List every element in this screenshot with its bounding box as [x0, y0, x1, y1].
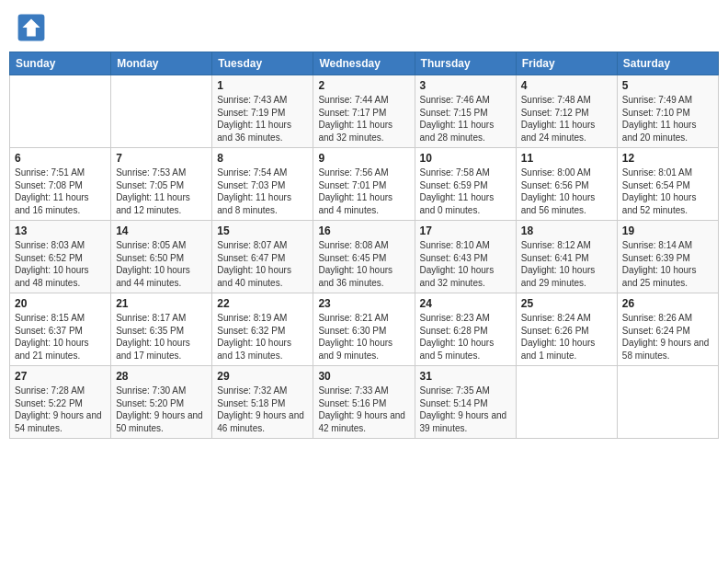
cell-info: Sunrise: 7:43 AMSunset: 7:19 PMDaylight:… [217, 94, 308, 144]
cell-day-number: 18 [521, 224, 612, 237]
cell-day-number: 28 [116, 370, 207, 383]
calendar-cell: 15Sunrise: 8:07 AMSunset: 6:47 PMDayligh… [212, 221, 313, 293]
cell-day-number: 3 [420, 79, 511, 92]
cell-day-number: 2 [318, 79, 409, 92]
calendar-cell: 21Sunrise: 8:17 AMSunset: 6:35 PMDayligh… [111, 293, 212, 366]
calendar-cell: 1Sunrise: 7:43 AMSunset: 7:19 PMDaylight… [212, 75, 313, 148]
logo [17, 13, 50, 42]
cell-day-number: 20 [15, 297, 106, 310]
calendar-cell: 3Sunrise: 7:46 AMSunset: 7:15 PMDaylight… [415, 75, 516, 148]
cell-day-number: 26 [622, 297, 713, 310]
cell-info: Sunrise: 7:53 AMSunset: 7:05 PMDaylight:… [116, 167, 207, 216]
cell-day-number: 12 [622, 152, 713, 165]
calendar-cell: 24Sunrise: 8:23 AMSunset: 6:28 PMDayligh… [415, 293, 516, 366]
cell-day-number: 11 [521, 152, 612, 165]
cell-day-number: 5 [622, 79, 713, 92]
cell-info: Sunrise: 8:19 AMSunset: 6:32 PMDaylight:… [217, 312, 308, 362]
weekday-header-tuesday: Tuesday [212, 52, 313, 75]
cell-info: Sunrise: 7:46 AMSunset: 7:15 PMDaylight:… [420, 94, 511, 144]
cell-day-number: 16 [318, 224, 409, 237]
cell-info: Sunrise: 7:28 AMSunset: 5:22 PMDaylight:… [15, 385, 106, 434]
calendar-cell: 8Sunrise: 7:54 AMSunset: 7:03 PMDaylight… [212, 148, 313, 221]
week-row-2: 6Sunrise: 7:51 AMSunset: 7:08 PMDaylight… [10, 148, 719, 221]
week-row-4: 20Sunrise: 8:15 AMSunset: 6:37 PMDayligh… [10, 293, 719, 366]
cell-info: Sunrise: 7:51 AMSunset: 7:08 PMDaylight:… [15, 167, 106, 216]
cell-day-number: 9 [318, 152, 409, 165]
cell-day-number: 4 [521, 79, 612, 92]
cell-day-number: 19 [622, 224, 713, 237]
cell-day-number: 1 [217, 79, 308, 92]
week-row-5: 27Sunrise: 7:28 AMSunset: 5:22 PMDayligh… [10, 366, 719, 439]
cell-day-number: 31 [420, 370, 511, 383]
cell-info: Sunrise: 8:17 AMSunset: 6:35 PMDaylight:… [116, 312, 207, 362]
cell-info: Sunrise: 7:49 AMSunset: 7:10 PMDaylight:… [622, 94, 713, 144]
cell-info: Sunrise: 7:56 AMSunset: 7:01 PMDaylight:… [318, 167, 409, 216]
calendar-cell: 13Sunrise: 8:03 AMSunset: 6:52 PMDayligh… [10, 221, 111, 293]
calendar-cell: 20Sunrise: 8:15 AMSunset: 6:37 PMDayligh… [10, 293, 111, 366]
calendar-cell: 28Sunrise: 7:30 AMSunset: 5:20 PMDayligh… [111, 366, 212, 439]
cell-info: Sunrise: 8:15 AMSunset: 6:37 PMDaylight:… [15, 312, 106, 362]
calendar-cell: 16Sunrise: 8:08 AMSunset: 6:45 PMDayligh… [313, 221, 415, 293]
cell-info: Sunrise: 8:26 AMSunset: 6:24 PMDaylight:… [622, 312, 713, 362]
cell-info: Sunrise: 8:12 AMSunset: 6:41 PMDaylight:… [521, 239, 612, 289]
cell-info: Sunrise: 8:00 AMSunset: 6:56 PMDaylight:… [521, 167, 612, 216]
calendar-cell: 31Sunrise: 7:35 AMSunset: 5:14 PMDayligh… [415, 366, 516, 439]
cell-info: Sunrise: 8:24 AMSunset: 6:26 PMDaylight:… [521, 312, 612, 362]
weekday-header-saturday: Saturday [617, 52, 718, 75]
calendar-cell: 19Sunrise: 8:14 AMSunset: 6:39 PMDayligh… [617, 221, 718, 293]
cell-day-number: 6 [15, 152, 106, 165]
weekday-header-thursday: Thursday [415, 52, 516, 75]
weekday-header-friday: Friday [516, 52, 617, 75]
cell-day-number: 7 [116, 152, 207, 165]
calendar-cell: 5Sunrise: 7:49 AMSunset: 7:10 PMDaylight… [617, 75, 718, 148]
cell-day-number: 8 [217, 152, 308, 165]
cell-info: Sunrise: 8:07 AMSunset: 6:47 PMDaylight:… [217, 239, 308, 289]
cell-info: Sunrise: 8:10 AMSunset: 6:43 PMDaylight:… [420, 239, 511, 289]
calendar-cell: 26Sunrise: 8:26 AMSunset: 6:24 PMDayligh… [617, 293, 718, 366]
calendar-cell [111, 75, 212, 148]
cell-day-number: 21 [116, 297, 207, 310]
calendar-cell: 27Sunrise: 7:28 AMSunset: 5:22 PMDayligh… [10, 366, 111, 439]
cell-info: Sunrise: 8:21 AMSunset: 6:30 PMDaylight:… [318, 312, 409, 362]
weekday-header-row: SundayMondayTuesdayWednesdayThursdayFrid… [10, 52, 719, 75]
cell-info: Sunrise: 7:32 AMSunset: 5:18 PMDaylight:… [217, 385, 308, 434]
cell-info: Sunrise: 7:33 AMSunset: 5:16 PMDaylight:… [318, 385, 409, 434]
cell-day-number: 14 [116, 224, 207, 237]
cell-info: Sunrise: 8:08 AMSunset: 6:45 PMDaylight:… [318, 239, 409, 289]
page-header [9, 9, 719, 46]
calendar-cell: 29Sunrise: 7:32 AMSunset: 5:18 PMDayligh… [212, 366, 313, 439]
cell-day-number: 13 [15, 224, 106, 237]
cell-info: Sunrise: 7:58 AMSunset: 6:59 PMDaylight:… [420, 167, 511, 216]
weekday-header-wednesday: Wednesday [313, 52, 415, 75]
cell-day-number: 17 [420, 224, 511, 237]
calendar-cell [10, 75, 111, 148]
logo-icon [17, 13, 46, 42]
cell-info: Sunrise: 7:35 AMSunset: 5:14 PMDaylight:… [420, 385, 511, 434]
calendar-cell: 12Sunrise: 8:01 AMSunset: 6:54 PMDayligh… [617, 148, 718, 221]
cell-day-number: 15 [217, 224, 308, 237]
calendar-cell: 17Sunrise: 8:10 AMSunset: 6:43 PMDayligh… [415, 221, 516, 293]
cell-info: Sunrise: 7:44 AMSunset: 7:17 PMDaylight:… [318, 94, 409, 144]
calendar-header: SundayMondayTuesdayWednesdayThursdayFrid… [10, 52, 719, 75]
cell-day-number: 27 [15, 370, 106, 383]
calendar-table: SundayMondayTuesdayWednesdayThursdayFrid… [9, 52, 719, 439]
week-row-3: 13Sunrise: 8:03 AMSunset: 6:52 PMDayligh… [10, 221, 719, 293]
cell-day-number: 23 [318, 297, 409, 310]
calendar-cell: 14Sunrise: 8:05 AMSunset: 6:50 PMDayligh… [111, 221, 212, 293]
calendar-cell: 25Sunrise: 8:24 AMSunset: 6:26 PMDayligh… [516, 293, 617, 366]
calendar-cell: 11Sunrise: 8:00 AMSunset: 6:56 PMDayligh… [516, 148, 617, 221]
cell-day-number: 10 [420, 152, 511, 165]
calendar-cell [617, 366, 718, 439]
cell-day-number: 24 [420, 297, 511, 310]
cell-info: Sunrise: 7:30 AMSunset: 5:20 PMDaylight:… [116, 385, 207, 434]
cell-day-number: 22 [217, 297, 308, 310]
weekday-header-sunday: Sunday [10, 52, 111, 75]
cell-day-number: 29 [217, 370, 308, 383]
calendar-cell: 7Sunrise: 7:53 AMSunset: 7:05 PMDaylight… [111, 148, 212, 221]
cell-info: Sunrise: 7:54 AMSunset: 7:03 PMDaylight:… [217, 167, 308, 216]
cell-day-number: 30 [318, 370, 409, 383]
cell-day-number: 25 [521, 297, 612, 310]
calendar-cell: 9Sunrise: 7:56 AMSunset: 7:01 PMDaylight… [313, 148, 415, 221]
cell-info: Sunrise: 8:05 AMSunset: 6:50 PMDaylight:… [116, 239, 207, 289]
calendar-cell: 4Sunrise: 7:48 AMSunset: 7:12 PMDaylight… [516, 75, 617, 148]
